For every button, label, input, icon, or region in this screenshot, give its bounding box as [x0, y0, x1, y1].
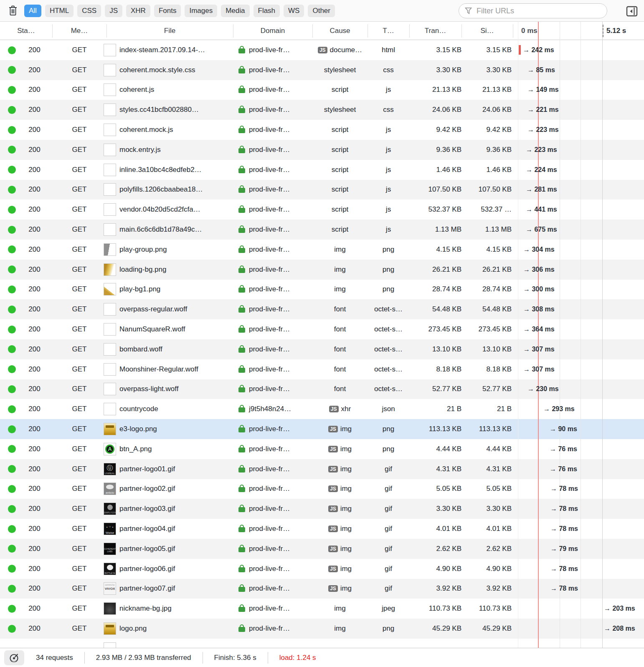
size-cell: 113.13 KB: [461, 419, 512, 439]
file-cell: partner-logo04.gif: [104, 519, 234, 539]
js-stack-badge[interactable]: JS: [329, 406, 339, 412]
request-row[interactable]: 200 GET index-steam.2017.09.14-… prod-li…: [0, 40, 644, 60]
type-cell: octet-s…: [368, 319, 409, 339]
request-row[interactable]: 200 GET partner-logo03.gif prod-live-fr……: [0, 499, 644, 519]
transferred-cell: 4.90 KB: [409, 559, 461, 579]
clear-requests-button[interactable]: [7, 4, 19, 18]
js-stack-badge[interactable]: JS: [328, 546, 338, 552]
js-stack-badge[interactable]: JS: [328, 526, 338, 532]
column-divider: [461, 24, 462, 38]
column-header-transferred[interactable]: Tran…: [409, 22, 461, 40]
column-header-file[interactable]: File: [106, 22, 233, 40]
request-row[interactable]: 200 GET partner-logo07.gif prod-live-fr……: [0, 579, 644, 599]
request-row[interactable]: 200 GET countrycode j9t5h48n24… JS xhr j…: [0, 399, 644, 419]
status-cell: 200: [0, 260, 52, 280]
request-row[interactable]: 200 GET overpass-regular.woff prod-live-…: [0, 299, 644, 319]
request-row[interactable]: 200 GET partner-logo05.gif prod-live-fr……: [0, 539, 644, 559]
filter-urls-input[interactable]: [476, 6, 601, 16]
column-header-type[interactable]: T…: [368, 22, 409, 40]
request-row[interactable]: 200 GET play-group.png prod-live-fr… JS …: [0, 240, 644, 260]
js-stack-badge[interactable]: JS: [328, 446, 338, 452]
request-row[interactable]: 200 GET coherent.mock.style.css prod-liv…: [0, 60, 644, 80]
domain-cell: prod-live-fr…: [233, 599, 312, 619]
performance-analysis-button[interactable]: [4, 650, 24, 665]
split-panel-toggle-button[interactable]: [625, 4, 639, 18]
filter-tab-other[interactable]: Other: [308, 5, 335, 17]
waterfall-timing-label: → 242 ms: [523, 40, 554, 60]
transferred-cell: 3.30 KB: [409, 60, 461, 80]
request-row[interactable]: 200 GET btn_A.png prod-live-fr… JS img p…: [0, 439, 644, 459]
request-row[interactable]: 200 GET NanumSquareR.woff prod-live-fr… …: [0, 319, 644, 339]
transferred-cell: 28.74 KB: [409, 280, 461, 300]
js-stack-badge[interactable]: JS: [328, 466, 338, 472]
secure-lock-icon: [238, 288, 245, 293]
js-stack-badge[interactable]: JS: [328, 566, 338, 572]
method-cell: GET: [52, 519, 106, 539]
column-header-status[interactable]: Sta…: [0, 22, 52, 40]
js-stack-badge[interactable]: JS: [328, 505, 338, 512]
type-cell: gif: [368, 539, 409, 559]
filter-tab-all[interactable]: All: [24, 5, 41, 17]
request-row[interactable]: 200 GET nickname-bg.jpg prod-live-fr… JS…: [0, 599, 644, 619]
request-row[interactable]: 200 GET e3-logo.png prod-live-fr… JS img…: [0, 419, 644, 439]
request-row[interactable]: 200 GET play-bg1.png prod-live-fr… JS im…: [0, 280, 644, 300]
request-row-partial[interactable]: [0, 639, 644, 648]
filter-tab-fonts[interactable]: Fonts: [154, 5, 181, 17]
request-row[interactable]: 200 GET styles.cc41bcfb002880… prod-live…: [0, 100, 644, 120]
filter-tab-html[interactable]: HTML: [45, 5, 74, 17]
js-stack-badge[interactable]: JS: [328, 426, 338, 432]
request-row[interactable]: 200 GET vendor.04b20d5cd2fcfa… prod-live…: [0, 200, 644, 220]
filter-tab-flash[interactable]: Flash: [254, 5, 280, 17]
request-row[interactable]: 200 GET overpass-light.woff prod-live-fr…: [0, 379, 644, 399]
filter-tab-xhr[interactable]: XHR: [126, 5, 150, 17]
file-cell: play-group.png: [104, 240, 234, 260]
method-cell: GET: [52, 419, 106, 439]
waterfall-timing-label: → 308 ms: [523, 299, 555, 319]
request-row[interactable]: 200 GET Moonshiner-Regular.woff prod-liv…: [0, 359, 644, 379]
secure-lock-icon: [238, 48, 245, 53]
column-header-cause[interactable]: Cause: [312, 22, 368, 40]
request-row[interactable]: 200 GET main.6c6c6db1d78a49c… prod-live-…: [0, 220, 644, 240]
file-thumbnail-blank: [104, 383, 116, 395]
request-row[interactable]: 200 GET inline.3a10bc4c8edfeb2… prod-liv…: [0, 160, 644, 180]
transferred-cell: 24.06 KB: [409, 100, 461, 120]
filter-tab-js[interactable]: JS: [105, 5, 122, 17]
request-row[interactable]: 200 GET logo.png prod-live-fr… JS img pn…: [0, 619, 644, 639]
request-row[interactable]: 200 GET mock.entry.js prod-live-fr… JS s…: [0, 140, 644, 160]
request-row[interactable]: 200 GET loading-bg.png prod-live-fr… JS …: [0, 260, 644, 280]
cause-cell: JS img: [312, 459, 368, 479]
column-divider: [106, 24, 107, 38]
cause-cell: JS script: [312, 220, 368, 240]
column-header-method[interactable]: Me…: [52, 22, 106, 40]
type-cell: gif: [368, 479, 409, 499]
request-row[interactable]: 200 GET partner-logo06.gif prod-live-fr……: [0, 559, 644, 579]
type-cell: gif: [368, 499, 409, 519]
status-ok-icon: [8, 186, 16, 194]
filter-tab-media[interactable]: Media: [221, 5, 249, 17]
filter-tab-images[interactable]: Images: [185, 5, 217, 17]
column-header-domain[interactable]: Domain: [233, 22, 312, 40]
request-row[interactable]: 200 GET partner-logo04.gif prod-live-fr……: [0, 519, 644, 539]
column-header-size[interactable]: Si…: [461, 22, 513, 40]
file-cell: mock.entry.js: [104, 140, 234, 160]
file-cell: countrycode: [104, 399, 234, 419]
request-row[interactable]: 200 GET partner-logo02.gif prod-live-fr……: [0, 479, 644, 499]
filter-tab-css[interactable]: CSS: [77, 5, 101, 17]
request-row[interactable]: 200 GET partner-logo01.gif prod-live-fr……: [0, 459, 644, 479]
transferred-cell: 273.45 KB: [409, 319, 461, 339]
secure-lock-icon: [238, 228, 245, 233]
status-ok-icon: [8, 285, 16, 293]
request-row[interactable]: 200 GET polyfills.1206cbaabea18… prod-li…: [0, 180, 644, 200]
type-cell: png: [368, 280, 409, 300]
status-divider: [268, 652, 268, 664]
js-stack-badge[interactable]: JS: [328, 485, 338, 492]
filter-tab-ws[interactable]: WS: [284, 5, 304, 17]
status-cell: 200: [0, 559, 52, 579]
request-row[interactable]: 200 GET coherent.mock.js prod-live-fr… J…: [0, 120, 644, 140]
request-row[interactable]: 200 GET coherent.js prod-live-fr… JS scr…: [0, 80, 644, 100]
request-row[interactable]: 200 GET bombard.woff prod-live-fr… JS fo…: [0, 339, 644, 359]
cause-cell: JS font: [312, 319, 368, 339]
js-stack-badge[interactable]: JS: [328, 585, 338, 592]
domain-cell: prod-live-fr…: [233, 519, 312, 539]
js-stack-badge[interactable]: JS: [318, 47, 327, 53]
